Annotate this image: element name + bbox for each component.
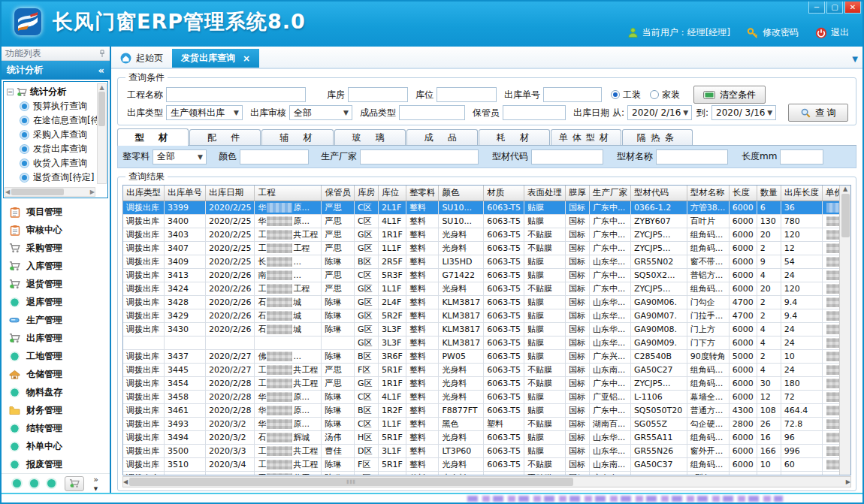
sidebar-item-采购管理[interactable]: 采购管理 — [2, 239, 110, 257]
green-dot-icon[interactable] — [47, 479, 56, 487]
tab-list-dropdown-icon[interactable]: ▼ — [852, 55, 858, 63]
green-dot-icon[interactable] — [30, 479, 38, 487]
tree-item[interactable]: 收货入库查询 — [7, 156, 106, 171]
column-header-颜色[interactable]: 颜色 — [439, 186, 484, 201]
column-header-膜厚[interactable]: 膜厚 — [565, 186, 589, 201]
column-header-单价[interactable]: 单价 — [822, 186, 839, 201]
logout-button[interactable]: 退出 — [815, 26, 849, 39]
tree-item[interactable]: 采购入库查询 — [7, 128, 106, 142]
sidebar-item-结转管理[interactable]: 结转管理 — [2, 419, 110, 437]
column-header-出库类型[interactable]: 出库类型 — [123, 186, 165, 201]
column-header-型材名称[interactable]: 型材名称 — [687, 186, 729, 201]
search-button[interactable]: 查 询 — [788, 104, 848, 122]
warehouse-input[interactable] — [348, 87, 408, 102]
sidebar-item-报废管理[interactable]: 报废管理 — [2, 455, 110, 473]
maximize-button[interactable]: ▢ — [826, 2, 843, 14]
close-button[interactable]: ✕ — [844, 2, 861, 14]
product-type-input[interactable] — [399, 105, 465, 120]
column-header-生产厂家[interactable]: 生产厂家 — [589, 186, 630, 201]
tree-item[interactable]: 在途信息查询[待定] — [7, 113, 106, 128]
collapse-icon[interactable]: « — [98, 65, 104, 76]
sidebar-item-工地管理[interactable]: 工地管理 — [2, 347, 110, 365]
material-tab-耗材[interactable]: 耗材 — [479, 129, 550, 145]
sidebar-item-生产管理[interactable]: 生产管理 — [2, 311, 110, 329]
column-header-库位[interactable]: 库位 — [378, 186, 406, 201]
sidebar-item-仓储管理[interactable]: 仓储管理 — [2, 365, 110, 383]
audit-select[interactable]: 全部▼ — [289, 105, 352, 120]
table-row[interactable]: 调拨出库34032020/2/25工共工程严思G区1R1F整料光身料6063-T… — [123, 228, 839, 241]
date-from-picker[interactable]: 2020/ 2/16▼ — [627, 105, 692, 120]
material-tab-单体型材[interactable]: 单体型材 — [551, 129, 621, 145]
column-header-工程[interactable]: 工程 — [255, 186, 322, 201]
column-header-整零料[interactable]: 整零料 — [406, 186, 439, 201]
tree-item[interactable]: 预算执行查询 — [7, 99, 106, 113]
sidebar-item-项目管理[interactable]: 项目管理 — [2, 203, 110, 221]
date-to-picker[interactable]: 2020/ 3/16▼ — [711, 105, 776, 120]
clear-conditions-button[interactable]: 清空条件 — [693, 86, 766, 104]
table-row[interactable]: 调拨出库34932020/3/2华原...陈琳C区1L1F整料黑色塑料不贴膜国标… — [123, 417, 839, 430]
column-header-长度[interactable]: 长度 — [729, 186, 757, 201]
table-row[interactable]: 调拨出库34302020/2/26石城陈琳G区3L3F整料KLM38176063… — [123, 322, 839, 336]
column-header-型材代码[interactable]: 型材代码 — [630, 186, 687, 201]
table-row[interactable]: 调拨出库34072020/2/25工工程严思G区1L1F整料光身料6063-T5… — [123, 241, 839, 255]
table-row[interactable]: 调拨出库33992020/2/25华原...严思C区2L1F整料SU10...6… — [123, 201, 839, 214]
whole-piece-select[interactable]: 全部▼ — [153, 149, 207, 164]
sidebar-item-财务管理[interactable]: 财务管理 — [2, 401, 110, 419]
grid-vertical-scrollbar[interactable]: ▲ — [839, 186, 850, 475]
minimize-button[interactable]: − — [808, 2, 825, 14]
sidebar-item-物料盘存[interactable]: 物料盘存 — [2, 383, 110, 401]
project-name-input[interactable] — [166, 87, 306, 102]
footer-more-button[interactable]: »▼ — [93, 475, 98, 492]
material-tab-隔热条[interactable]: 隔热条 — [622, 129, 693, 145]
tree-root[interactable]: − 统计分析 — [7, 84, 106, 99]
table-row[interactable]: 调拨出库34452020/2/27工共工程严思F区5R1F整料光身料6063-T… — [123, 363, 839, 376]
column-header-数量[interactable]: 数量 — [757, 186, 781, 201]
table-row[interactable]: 调拨出库34092020/2/25长...陈琳B区2R5F整料LI35HD606… — [123, 255, 839, 268]
material-tab-配件[interactable]: 配件 — [189, 129, 261, 145]
radio-gongzhuang[interactable]: 工装 — [611, 89, 641, 101]
tree-item[interactable]: 发货出库查询 — [7, 142, 106, 156]
tab-close-icon[interactable]: × — [243, 53, 250, 64]
column-header-出库日期[interactable]: 出库日期 — [206, 186, 255, 201]
table-row[interactable]: 调拨出库34582020/2/28华原...陈琳C区4L1F整料光身料6063-… — [123, 390, 839, 403]
sidebar-item-审核中心[interactable]: 审核中心 — [2, 221, 110, 239]
column-header-材质[interactable]: 材质 — [484, 186, 524, 201]
color-input[interactable] — [240, 149, 309, 164]
sidebar-item-出库管理[interactable]: 出库管理 — [2, 329, 110, 347]
table-row[interactable]: 调拨出库34542020/2/28工共工程严思G区1R1F整料光身料6063-T… — [123, 376, 839, 390]
sidebar-item-入库管理[interactable]: 入库管理 — [2, 257, 110, 275]
table-row[interactable]: 调拨出库35002020/3/3工共工程曹佳D区3L1F整料LT3P606063… — [123, 444, 839, 457]
table-row[interactable]: 调拨出库34132020/2/26南...严思C区5R3F整料G71422606… — [123, 268, 839, 282]
profile-name-input[interactable] — [656, 149, 728, 164]
table-row[interactable]: 调拨出库34282020/2/26石城陈琳G区2L4F整料KLM38176063… — [123, 295, 839, 309]
sidebar-item-补单中心[interactable]: 补单中心 — [2, 437, 110, 455]
table-row[interactable]: 调拨出库34612020/2/28华原...陈琳B区1R2F整料F8877FT6… — [123, 403, 839, 417]
tab-home[interactable]: 起始页 — [111, 49, 172, 68]
material-tab-成品[interactable]: 成品 — [406, 129, 478, 145]
green-dot-icon[interactable] — [13, 479, 21, 487]
grid-horizontal-scrollbar[interactable]: ◀⦀⦀⦀▶ — [122, 476, 851, 487]
radio-jiazhuang[interactable]: 家装 — [650, 89, 680, 101]
table-row[interactable]: 调拨出库34292020/2/26石城陈琳G区5R2F整料KLM38176063… — [123, 309, 839, 322]
sidebar-section-header[interactable]: 统计分析 « — [2, 61, 110, 80]
profile-code-input[interactable] — [531, 149, 603, 164]
column-header-出库单号[interactable]: 出库单号 — [165, 186, 206, 201]
column-header-出库长度[interactable]: 出库长度 — [781, 186, 822, 201]
column-header-表面处理[interactable]: 表面处理 — [524, 186, 565, 201]
tree-expander-icon[interactable]: − — [7, 89, 14, 95]
material-tab-辅材[interactable]: 辅材 — [261, 129, 333, 145]
change-password-button[interactable]: 修改密码 — [747, 26, 799, 39]
table-row[interactable]: 调拨出库34242020/2/26工工程严思G区1L1F整料光身料6063-T5… — [123, 282, 839, 295]
table-row[interactable]: 调拨出库34942020/3/2石辉城汤伟H区5R1F整料光身料6063-T5贴… — [123, 430, 839, 444]
table-row[interactable]: 调拨出库35122020/3/4工共工程陈琳F区1L2F整料光身料6063-T5… — [123, 471, 839, 475]
out-type-select[interactable]: 生产领料出库▼ — [166, 105, 243, 120]
tab-shipment-query[interactable]: 发货出库查询 × — [172, 49, 259, 68]
column-header-库房[interactable]: 库房 — [354, 186, 378, 201]
manufacturer-input[interactable] — [360, 149, 479, 164]
sidebar-item-退库管理[interactable]: 退库管理 — [2, 293, 110, 311]
table-row[interactable]: G区3L3F整料KLM38176063-T5贴膜国标山东华...GA90M09.… — [123, 336, 839, 349]
tree-horizontal-scrollbar[interactable]: ◀▶ — [5, 187, 95, 197]
length-input[interactable] — [780, 149, 823, 164]
location-input[interactable] — [437, 87, 497, 102]
table-row[interactable]: 调拨出库34372020/2/27佛...陈琳B区3R6F整料PW056063-… — [123, 349, 839, 363]
